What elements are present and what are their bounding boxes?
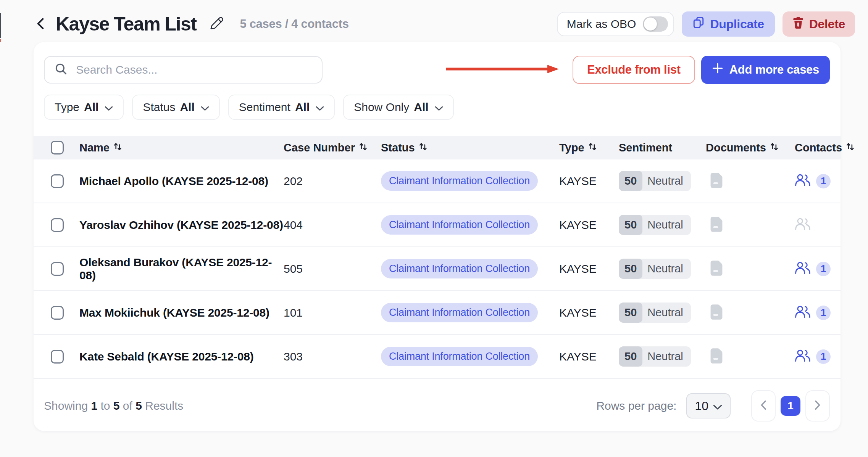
chevron-down-icon [433, 101, 443, 114]
sentiment-badge: 50 Neutral [619, 259, 691, 279]
filter-chip-status[interactable]: Status All [132, 95, 219, 120]
delete-button[interactable]: Delete [782, 11, 855, 37]
plus-icon [712, 63, 723, 77]
copy-icon [692, 16, 705, 32]
cases-table: Name Case Number Status Type Sentiment D… [34, 136, 841, 379]
file-icon [709, 260, 724, 278]
row-checkbox[interactable] [51, 262, 64, 276]
sentiment-badge: 50 Neutral [619, 303, 691, 323]
next-page-button[interactable] [805, 390, 830, 422]
sentiment-badge: 50 Neutral [619, 215, 691, 235]
sentiment-score: 50 [619, 171, 642, 191]
sentiment-score: 50 [619, 346, 642, 367]
contact-count-badge: 1 [816, 349, 831, 364]
documents-cell[interactable] [706, 172, 795, 190]
row-select-cell [51, 218, 79, 232]
arrows-up-down-icon [419, 142, 427, 154]
status-cell: Claimant Information Collection [381, 171, 559, 191]
pagination: 1 [751, 390, 830, 422]
contact-count-badge: 1 [816, 174, 831, 188]
users-icon [795, 173, 811, 189]
case-list-card: Exclude from list Add more cases Type Al… [34, 42, 841, 431]
case-name: Michael Apollo (KAYSE 2025-12-08) [79, 175, 284, 188]
status-cell: Claimant Information Collection [381, 347, 559, 366]
red-arrow-right-icon [445, 64, 560, 76]
case-name: Yaroslav Ozhihov (KAYSE 2025-12-08) [79, 219, 284, 232]
documents-cell[interactable] [706, 260, 795, 278]
filter-chip-show-only[interactable]: Show Only All [343, 95, 453, 120]
column-header-documents[interactable]: Documents [706, 142, 795, 154]
table-row[interactable]: Kate Sebald (KAYSE 2025-12-08) 303 Claim… [34, 335, 841, 379]
contacts-cell[interactable]: 1 [795, 173, 841, 189]
sentiment-cell: 50 Neutral [619, 171, 706, 191]
sentiment-label: Neutral [642, 306, 691, 319]
sentiment-cell: 50 Neutral [619, 215, 706, 235]
case-type: KAYSE [559, 262, 619, 275]
documents-cell[interactable] [706, 348, 795, 366]
row-select-cell [51, 262, 79, 276]
column-header-sentiment[interactable]: Sentiment [619, 142, 706, 154]
results-summary: Showing 1 to 5 of 5 Results [44, 399, 183, 412]
sentiment-label: Neutral [642, 175, 691, 187]
documents-cell[interactable] [706, 304, 795, 322]
table-row[interactable]: Oleksand Burakov (KAYSE 2025-12-08) 505 … [34, 247, 841, 291]
contacts-cell[interactable]: 1 [795, 305, 841, 321]
table-row[interactable]: Michael Apollo (KAYSE 2025-12-08) 202 Cl… [34, 159, 841, 203]
table-row[interactable]: Max Mokiichuk (KAYSE 2025-12-08) 101 Cla… [34, 291, 841, 335]
row-checkbox[interactable] [51, 306, 64, 320]
back-button[interactable] [35, 18, 46, 31]
contacts-cell[interactable]: 1 [795, 349, 841, 365]
file-icon [709, 216, 724, 234]
row-checkbox[interactable] [51, 218, 64, 232]
case-name: Kate Sebald (KAYSE 2025-12-08) [79, 350, 284, 363]
filter-chip-type[interactable]: Type All [44, 95, 124, 120]
row-checkbox[interactable] [51, 350, 64, 364]
page-title: Kayse Team List [56, 13, 196, 35]
documents-cell[interactable] [706, 216, 795, 234]
row-select-cell [51, 306, 79, 320]
users-icon [795, 217, 811, 233]
filter-chip-sentiment[interactable]: Sentiment All [228, 95, 335, 120]
contacts-cell[interactable]: 1 [795, 261, 841, 277]
select-all-checkbox[interactable] [51, 141, 64, 154]
exclude-from-list-button[interactable]: Exclude from list [573, 56, 695, 84]
status-cell: Claimant Information Collection [381, 303, 559, 322]
chevron-down-icon [314, 101, 324, 114]
users-icon [795, 261, 811, 277]
table-footer: Showing 1 to 5 of 5 Results Rows per pag… [34, 379, 841, 422]
previous-page-button[interactable] [751, 390, 776, 422]
file-icon [709, 304, 724, 322]
table-row[interactable]: Yaroslav Ozhihov (KAYSE 2025-12-08) 404 … [34, 203, 841, 247]
arrows-up-down-icon [846, 142, 854, 154]
case-number: 101 [284, 306, 381, 319]
case-type: KAYSE [559, 306, 619, 319]
users-icon [795, 305, 811, 321]
status-cell: Claimant Information Collection [381, 259, 559, 278]
chevron-left-icon [760, 400, 767, 412]
column-header-case-number[interactable]: Case Number [284, 142, 381, 154]
case-contact-count: 5 cases / 4 contacts [240, 17, 348, 31]
current-page-indicator[interactable]: 1 [781, 396, 800, 416]
status-badge: Claimant Information Collection [381, 259, 538, 278]
edit-title-button[interactable] [208, 15, 224, 33]
sentiment-score: 50 [619, 303, 642, 323]
row-checkbox[interactable] [51, 174, 64, 188]
case-name: Oleksand Burakov (KAYSE 2025-12-08) [79, 256, 284, 282]
chevron-down-icon [713, 399, 722, 413]
search-box [44, 56, 323, 84]
search-input[interactable] [75, 63, 312, 77]
column-header-status[interactable]: Status [381, 142, 559, 154]
pencil-icon [208, 15, 224, 33]
column-header-contacts[interactable]: Contacts [795, 142, 854, 154]
file-icon [709, 172, 724, 190]
mark-as-obo-toggle[interactable] [643, 16, 668, 32]
add-more-cases-button[interactable]: Add more cases [701, 56, 830, 84]
column-header-type[interactable]: Type [559, 142, 619, 154]
contacts-cell[interactable] [795, 217, 841, 233]
duplicate-button[interactable]: Duplicate [682, 11, 774, 37]
list-toolbar: Exclude from list Add more cases [34, 42, 841, 84]
column-header-name[interactable]: Name [79, 142, 284, 154]
sentiment-label: Neutral [642, 350, 691, 363]
rows-per-page-select[interactable]: 10 [686, 393, 731, 418]
case-number: 505 [284, 262, 381, 275]
